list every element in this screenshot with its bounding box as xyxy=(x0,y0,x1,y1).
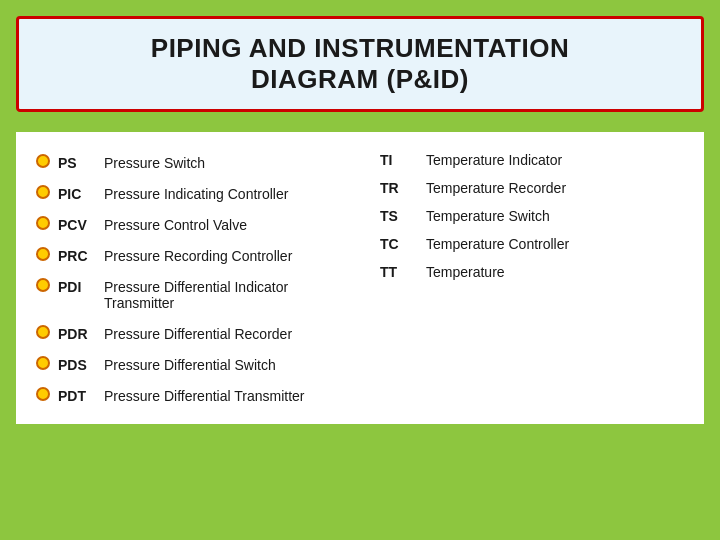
list-item: PDIPressure Differential Indicator Trans… xyxy=(36,270,360,317)
item-code: PDI xyxy=(58,279,96,295)
item-code: PRC xyxy=(58,248,96,264)
list-item: PDSPressure Differential Switch xyxy=(36,348,360,379)
item-code: PDT xyxy=(58,388,96,404)
item-code: TS xyxy=(380,208,418,224)
bullet-icon xyxy=(36,247,50,261)
list-item: TRTemperature Recorder xyxy=(380,174,684,202)
item-code: TR xyxy=(380,180,418,196)
item-code: PCV xyxy=(58,217,96,233)
item-code: PDS xyxy=(58,357,96,373)
bullet-icon xyxy=(36,216,50,230)
main-container: PIPING AND INSTRUMENTATION DIAGRAM (P&ID… xyxy=(0,0,720,540)
item-description: Temperature Indicator xyxy=(426,152,562,168)
list-item: PDRPressure Differential Recorder xyxy=(36,317,360,348)
item-code: TI xyxy=(380,152,418,168)
bullet-icon xyxy=(36,154,50,168)
item-description: Temperature Controller xyxy=(426,236,569,252)
list-item: PICPressure Indicating Controller xyxy=(36,177,360,208)
title-box: PIPING AND INSTRUMENTATION DIAGRAM (P&ID… xyxy=(16,16,704,112)
item-description: Temperature Recorder xyxy=(426,180,566,196)
item-code: TT xyxy=(380,264,418,280)
title-line1: PIPING AND INSTRUMENTATION xyxy=(151,33,569,63)
item-description: Pressure Differential Transmitter xyxy=(104,388,304,404)
item-description: Pressure Differential Switch xyxy=(104,357,276,373)
item-description: Pressure Differential Indicator Transmit… xyxy=(104,279,360,311)
item-description: Temperature Switch xyxy=(426,208,550,224)
right-column: TITemperature IndicatorTRTemperature Rec… xyxy=(360,146,684,410)
bullet-icon xyxy=(36,185,50,199)
title-text: PIPING AND INSTRUMENTATION DIAGRAM (P&ID… xyxy=(39,33,681,95)
item-code: PIC xyxy=(58,186,96,202)
bullet-icon xyxy=(36,325,50,339)
list-item: TCTemperature Controller xyxy=(380,230,684,258)
list-item: PCVPressure Control Valve xyxy=(36,208,360,239)
left-column: PSPressure SwitchPICPressure Indicating … xyxy=(36,146,360,410)
bullet-icon xyxy=(36,387,50,401)
bullet-icon xyxy=(36,356,50,370)
list-item: PSPressure Switch xyxy=(36,146,360,177)
item-description: Pressure Differential Recorder xyxy=(104,326,292,342)
list-item: TSTemperature Switch xyxy=(380,202,684,230)
list-item: TITemperature Indicator xyxy=(380,146,684,174)
bullet-icon xyxy=(36,278,50,292)
item-description: Pressure Indicating Controller xyxy=(104,186,288,202)
item-description: Pressure Switch xyxy=(104,155,205,171)
content-area: PSPressure SwitchPICPressure Indicating … xyxy=(16,132,704,424)
item-code: PDR xyxy=(58,326,96,342)
list-item: TTTemperature xyxy=(380,258,684,286)
list-item: PDTPressure Differential Transmitter xyxy=(36,379,360,410)
item-description: Pressure Control Valve xyxy=(104,217,247,233)
item-description: Temperature xyxy=(426,264,505,280)
item-code: TC xyxy=(380,236,418,252)
item-code: PS xyxy=(58,155,96,171)
title-line2: DIAGRAM (P&ID) xyxy=(251,64,469,94)
list-item: PRCPressure Recording Controller xyxy=(36,239,360,270)
item-description: Pressure Recording Controller xyxy=(104,248,292,264)
